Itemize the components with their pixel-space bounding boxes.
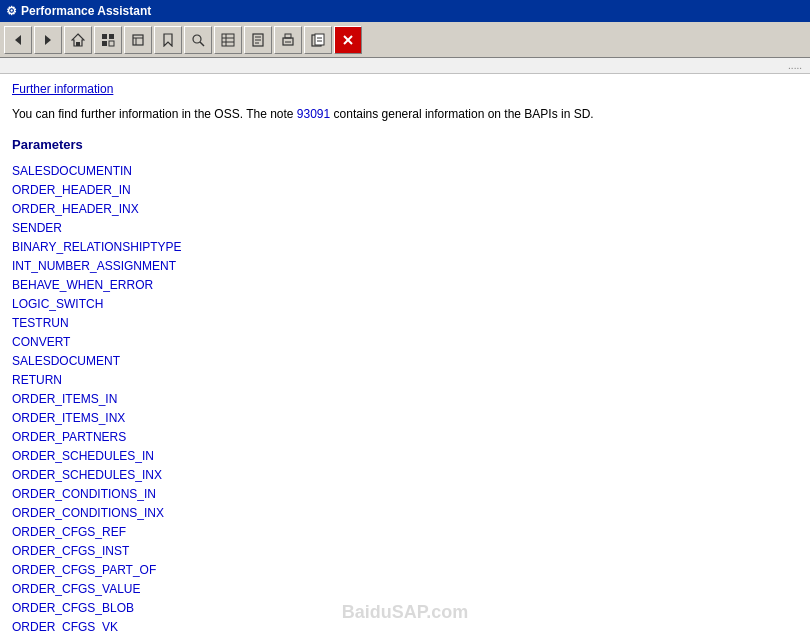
param-item[interactable]: ORDER_CONDITIONS_IN xyxy=(12,485,798,503)
param-item[interactable]: ORDER_CFGS_REF xyxy=(12,523,798,541)
param-item[interactable]: ORDER_SCHEDULES_IN xyxy=(12,447,798,465)
param-item[interactable]: CONVERT xyxy=(12,333,798,351)
param-item[interactable]: ORDER_PARTNERS xyxy=(12,428,798,446)
param-item[interactable]: ORDER_CFGS_VK xyxy=(12,618,798,631)
forward-button[interactable] xyxy=(34,26,62,54)
content-area: Further information You can find further… xyxy=(0,74,810,631)
svg-marker-11 xyxy=(164,34,172,46)
title-bar-icon: ⚙ xyxy=(6,4,17,18)
param-item[interactable]: BEHAVE_WHEN_ERROR xyxy=(12,276,798,294)
svg-rect-7 xyxy=(109,41,114,46)
bookmark-button[interactable] xyxy=(154,26,182,54)
close-button[interactable] xyxy=(334,26,362,54)
param-item[interactable]: INT_NUMBER_ASSIGNMENT xyxy=(12,257,798,275)
svg-rect-3 xyxy=(76,42,80,46)
param-item[interactable]: SALESDOCUMENT xyxy=(12,352,798,370)
notes-button[interactable] xyxy=(244,26,272,54)
param-item[interactable]: ORDER_SCHEDULES_INX xyxy=(12,466,798,484)
param-item[interactable]: ORDER_ITEMS_INX xyxy=(12,409,798,427)
param-item[interactable]: ORDER_CFGS_BLOB xyxy=(12,599,798,617)
param-item[interactable]: ORDER_HEADER_INX xyxy=(12,200,798,218)
svg-rect-5 xyxy=(109,34,114,39)
back-button[interactable] xyxy=(4,26,32,54)
dots-text: ..... xyxy=(788,60,802,71)
param-item[interactable]: ORDER_CFGS_PART_OF xyxy=(12,561,798,579)
param-item[interactable]: ORDER_CFGS_VALUE xyxy=(12,580,798,598)
title-bar-text: Performance Assistant xyxy=(21,4,151,18)
params-heading: Parameters xyxy=(12,137,798,152)
param-item[interactable]: ORDER_HEADER_IN xyxy=(12,181,798,199)
svg-point-12 xyxy=(193,35,201,43)
param-item[interactable]: SENDER xyxy=(12,219,798,237)
svg-rect-4 xyxy=(102,34,107,39)
param-item[interactable]: TESTRUN xyxy=(12,314,798,332)
param-item[interactable]: ORDER_ITEMS_IN xyxy=(12,390,798,408)
svg-marker-0 xyxy=(15,35,21,45)
svg-rect-6 xyxy=(102,41,107,46)
svg-rect-8 xyxy=(133,35,143,45)
svg-line-13 xyxy=(200,42,204,46)
svg-marker-1 xyxy=(45,35,51,45)
svg-rect-26 xyxy=(315,34,324,45)
param-item[interactable]: LOGIC_SWITCH xyxy=(12,295,798,313)
table-button[interactable] xyxy=(214,26,242,54)
edit-button[interactable] xyxy=(124,26,152,54)
find-button[interactable] xyxy=(184,26,212,54)
print-button[interactable] xyxy=(274,26,302,54)
toolbar xyxy=(0,22,810,58)
param-list: SALESDOCUMENTINORDER_HEADER_INORDER_HEAD… xyxy=(12,162,798,631)
dots-area: ..... xyxy=(0,58,810,74)
further-info-link[interactable]: Further information xyxy=(12,82,798,96)
params-button[interactable] xyxy=(94,26,122,54)
description-text: You can find further information in the … xyxy=(12,106,798,123)
home-button[interactable] xyxy=(64,26,92,54)
printpreview-button[interactable] xyxy=(304,26,332,54)
param-item[interactable]: BINARY_RELATIONSHIPTYPE xyxy=(12,238,798,256)
param-item[interactable]: ORDER_CFGS_INST xyxy=(12,542,798,560)
param-item[interactable]: RETURN xyxy=(12,371,798,389)
title-bar: ⚙ Performance Assistant xyxy=(0,0,810,22)
svg-rect-14 xyxy=(222,34,234,46)
note-link[interactable]: 93091 xyxy=(297,107,330,121)
param-item[interactable]: ORDER_CONDITIONS_INX xyxy=(12,504,798,522)
param-item[interactable]: SALESDOCUMENTIN xyxy=(12,162,798,180)
